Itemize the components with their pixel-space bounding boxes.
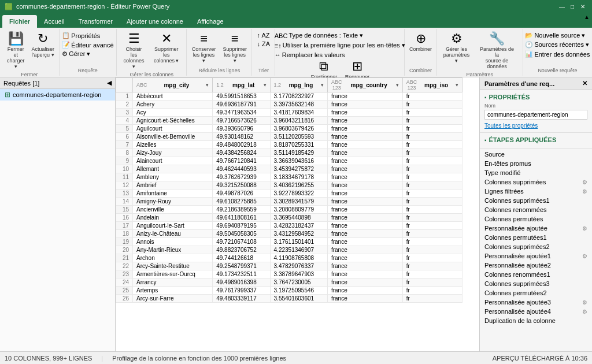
tab-transformer[interactable]: Transformer xyxy=(72,15,120,28)
step-gear-icon[interactable]: ⚙ xyxy=(582,188,587,195)
step-gear-icon[interactable]: ⚙ xyxy=(582,299,587,306)
table-row[interactable]: 6Aisonville-et-Bernoville49.9301481623.5… xyxy=(116,133,462,141)
step-item-colonnes-supprimees[interactable]: Colonnes supprimées⚙ xyxy=(480,177,592,187)
remplacer-valeurs-button[interactable]: ↔ Remplacer les valeurs xyxy=(273,51,347,59)
trier-asc-button[interactable]: ↑ AZ xyxy=(256,31,272,39)
conserver-lignes-button[interactable]: ≡ Conserverles lignes ▾ xyxy=(190,31,219,65)
table-row[interactable]: 11Ambleny49.37626729393.18334679178franc… xyxy=(116,173,462,181)
step-item-personnalisee-ajoutee3[interactable]: Personnalisée ajoutée3⚙ xyxy=(480,298,592,307)
minimize-button[interactable]: — xyxy=(557,2,567,10)
choisir-colonnes-button[interactable]: ☰ Choisir lescolonnes ▾ xyxy=(120,31,147,70)
supprimer-colonnes-button[interactable]: ✕ Supprimer lescolonnes ▾ xyxy=(150,31,183,65)
supprimer-lignes-button[interactable]: ≡ Supprimerles lignes ▾ xyxy=(220,31,249,65)
table-row[interactable]: 7Aizelles49.48480029183.81870255331franc… xyxy=(116,141,462,149)
table-row[interactable]: 25Artemps49.76179993373.19725095546franc… xyxy=(116,287,462,295)
table-row[interactable]: 9Alaincourt49.76671208413.36639043616fra… xyxy=(116,157,462,165)
step-gear-icon[interactable]: ⚙ xyxy=(582,179,587,185)
nom-input[interactable] xyxy=(484,110,587,120)
table-row[interactable]: 20Any-Martin-Rieux49.88237067524.2235134… xyxy=(116,246,462,254)
tab-affichage[interactable]: Affichage xyxy=(190,15,231,28)
step-item-duplication-colonne[interactable]: Duplication de la colonne xyxy=(480,316,592,325)
filter-mpg-iso[interactable]: ▾ xyxy=(456,82,458,88)
ribbon-group-trier-content: ↑ AZ ↓ ZA xyxy=(256,31,272,66)
entrer-donnees-button[interactable]: 📊 Entrer des données xyxy=(523,50,591,58)
tab-accueil[interactable]: Accueil xyxy=(37,15,71,28)
maximize-button[interactable]: □ xyxy=(568,2,577,10)
col-header-mpg-country[interactable]: ABC123 mpg_country ▾ xyxy=(327,78,402,92)
table-row[interactable]: 5Aguilcourt49.3936507963.96803679426fran… xyxy=(116,125,462,133)
table-row[interactable]: 14Amigny-Rouy49.61082758853.30289341579f… xyxy=(116,198,462,206)
sources-recentes-button[interactable]: 🕐 Sources récentes ▾ xyxy=(523,40,591,49)
toutes-proprietes-link[interactable]: Toutes les propriétés xyxy=(484,122,538,129)
gerer-parametres-label: Gérer lesparamètres ▾ xyxy=(443,46,470,64)
step-gear-icon[interactable]: ⚙ xyxy=(582,309,587,315)
table-row[interactable]: 12Ambrief49.32152500883.40362196255franc… xyxy=(116,181,462,190)
nouvelle-source-button[interactable]: 📂 Nouvelle source ▾ xyxy=(523,31,591,40)
right-panel-close-button[interactable]: ✕ xyxy=(582,80,587,87)
col-header-mpg-lat[interactable]: 1.2 mpg_lat ▾ xyxy=(213,78,270,92)
actualiser-apercu-button[interactable]: ↻ Actualiserl'aperçu ▾ xyxy=(31,31,56,59)
step-item-colonnes-permutees1[interactable]: Colonnes permutées1 xyxy=(480,233,592,242)
trier-desc-button[interactable]: ↓ ZA xyxy=(256,40,272,48)
step-item-colonnes-permutees[interactable]: Colonnes permutées xyxy=(480,214,592,224)
table-row[interactable]: 8Aizy-Jouy49.43842568243.51149185429fran… xyxy=(116,149,462,157)
ribbon-collapse-button[interactable]: ▲ xyxy=(582,13,592,21)
type-donnees-button[interactable]: ABC Type de données : Texte ▾ xyxy=(273,31,365,40)
step-gear-icon[interactable]: ⚙ xyxy=(582,253,587,259)
step-item-colonnes-renommees[interactable]: Colonnes renommées xyxy=(480,205,592,214)
row-number: 1 xyxy=(116,92,133,101)
data-table-container[interactable]: ABC mpg_city ▾ 1.2 mpg_lat ▾ xyxy=(116,77,479,351)
parametres-source-button[interactable]: 🔧 Paramètres de lasource de données xyxy=(475,31,519,70)
table-cell: fr xyxy=(402,149,462,157)
step-item-source[interactable]: Source xyxy=(480,150,592,159)
col-header-mpg-city[interactable]: ABC mpg_city ▾ xyxy=(133,78,213,92)
step-item-personnalisee-ajoutee1[interactable]: Personnalisée ajoutée1⚙ xyxy=(480,251,592,261)
editeur-avance-button[interactable]: 📝 Éditeur avancé xyxy=(60,40,115,49)
combiner-button[interactable]: ⊕ Combiner xyxy=(407,31,434,53)
table-row[interactable]: 1Abbécourt49.59915186533.17708232927fran… xyxy=(116,92,462,101)
proprietes-button[interactable]: 📋 Propriétés xyxy=(60,31,115,40)
sidebar-item-communes[interactable]: ⊞ communes-departement-region xyxy=(0,89,115,101)
tab-fichier[interactable]: Fichier xyxy=(2,15,37,28)
table-row[interactable]: 19Annois49.72106741083.17611501401france… xyxy=(116,238,462,246)
filter-mpg-country[interactable]: ▾ xyxy=(396,82,399,88)
step-item-lignes-filtrees[interactable]: Lignes filtrées⚙ xyxy=(480,187,592,196)
step-item-colonnes-permutees2[interactable]: Colonnes permutées2 xyxy=(480,288,592,298)
step-item-personnalisee-ajoutee[interactable]: Personnalisée ajoutée⚙ xyxy=(480,224,592,233)
table-row[interactable]: 23Armentières-sur-Ourcq49.17342325113.38… xyxy=(116,270,462,278)
table-row[interactable]: 22Arcy-Sainte-Restitue49.25487993713.478… xyxy=(116,262,462,270)
step-item-colonnes-renommees1[interactable]: Colonnes renommées1 xyxy=(480,270,592,279)
step-item-colonnes-supprimees1[interactable]: Colonnes supprimées1 xyxy=(480,196,592,205)
table-row[interactable]: 3Acy49.34719635343.41817609834francefr xyxy=(116,109,462,117)
gerer-parametres-button[interactable]: ⚙ Gérer lesparamètres ▾ xyxy=(441,31,472,65)
tab-ajouter-colonne[interactable]: Ajouter une colonne xyxy=(120,15,190,28)
table-row[interactable]: 17Anguilcourt-le-Sart49.69408791953.4282… xyxy=(116,222,462,230)
fermer-charger-button[interactable]: 💾 Fermer etcharger ▾ xyxy=(3,31,28,70)
table-row[interactable]: 10Allemant49.46244405933.45394275872fran… xyxy=(116,165,462,173)
step-gear-icon[interactable]: ⚙ xyxy=(582,225,587,232)
premiere-ligne-button[interactable]: ≡↑ Utiliser la première ligne pour les e… xyxy=(273,41,407,50)
table-row[interactable]: 13Amifontaine49.4987870263.92278993322fr… xyxy=(116,190,462,198)
step-item-colonnes-supprimees3[interactable]: Colonnes supprimées3 xyxy=(480,279,592,288)
step-item-personnalisee-ajoutee4[interactable]: Personnalisée ajoutée4⚙ xyxy=(480,307,592,316)
sidebar-collapse-icon[interactable]: ◀ xyxy=(107,79,112,87)
table-row[interactable]: 21Archon49.7441266184.11908765808francef… xyxy=(116,254,462,262)
filter-mpg-lat[interactable]: ▾ xyxy=(264,82,267,88)
step-item-type-modifie[interactable]: Type modifié xyxy=(480,168,592,177)
filter-mpg-city[interactable]: ▾ xyxy=(206,82,209,88)
table-row[interactable]: 24Arrancy49.49890163983.7647230005france… xyxy=(116,278,462,287)
col-header-mpg-iso[interactable]: ABC123 mpg_iso ▾ xyxy=(402,78,462,92)
table-row[interactable]: 4Agnicourt-et-Séchelles49.71665736263.96… xyxy=(116,117,462,125)
step-item-personnalisee-ajoutee2[interactable]: Personnalisée ajoutée2 xyxy=(480,261,592,270)
table-row[interactable]: 26Arcy-sur-Farre49.48033391173.554016036… xyxy=(116,295,462,303)
close-button[interactable]: ✕ xyxy=(578,2,587,10)
step-item-en-tetes-promus[interactable]: En-têtes promus xyxy=(480,159,592,168)
table-row[interactable]: 18Anizy-le-Château49.50450583053.4312958… xyxy=(116,230,462,238)
table-row[interactable]: 16Andelain49.64118081613.3695440898franc… xyxy=(116,214,462,222)
step-item-colonnes-supprimees2[interactable]: Colonnes supprimées2 xyxy=(480,242,592,251)
col-header-mpg-lng[interactable]: 1.2 mpg_lng ▾ xyxy=(270,78,327,92)
table-row[interactable]: 15Ancienville49.21863895593.20808809779f… xyxy=(116,206,462,214)
table-row[interactable]: 2Achery49.69361877913.39735632148francef… xyxy=(116,101,462,109)
gerer-button[interactable]: ⚙ Gérer ▾ xyxy=(60,50,115,58)
filter-mpg-lng[interactable]: ▾ xyxy=(321,82,324,88)
